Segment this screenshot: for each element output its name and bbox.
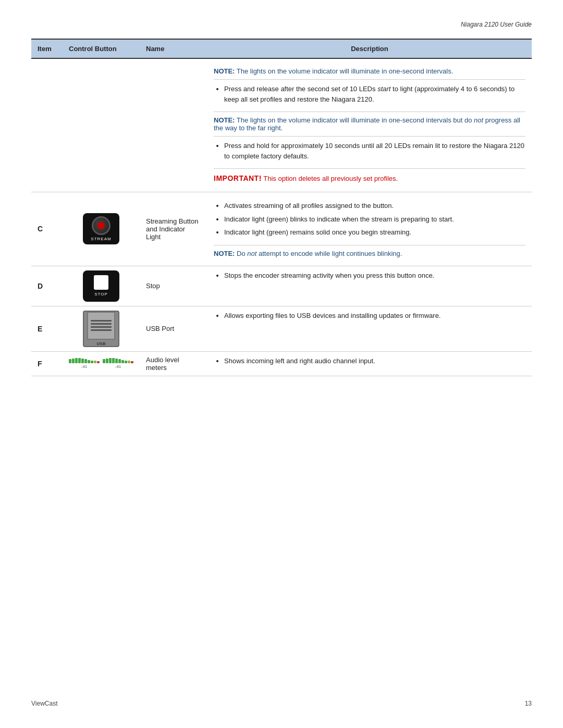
stream-circle [92, 216, 111, 235]
usb-line [91, 320, 112, 322]
footer-right: 13 [525, 700, 532, 707]
desc-section-bullet1: Press and release after the second set o… [214, 80, 525, 112]
note-text: The lights on the volume indicator will … [237, 67, 454, 75]
button-cell-e: USB [63, 306, 140, 351]
bullet-list-f: Shows incoming left and right audio chan… [214, 356, 525, 366]
meter-bar [125, 361, 127, 363]
bullet-list-c: Activates streaming of all profiles assi… [214, 201, 525, 238]
document-title: Niagara 2120 User Guide [461, 21, 532, 28]
page: Niagara 2120 User Guide Item Control But… [0, 0, 563, 728]
meter-bar [78, 358, 81, 363]
list-item: Indicator light (green) blinks to indica… [224, 214, 525, 225]
usb-line [91, 323, 112, 325]
table-row: NOTE: The lights on the volume indicator… [31, 58, 532, 192]
meter-bar [91, 361, 93, 363]
meter-bar [109, 358, 112, 363]
col-header-name: Name [140, 39, 207, 58]
button-cell-c: STREAM [63, 192, 140, 266]
meter-bar [84, 359, 87, 363]
note-text-2: The lights on the volume indicator will … [214, 116, 520, 132]
meter-bar [112, 358, 115, 363]
note-label-2: NOTE: [214, 116, 235, 124]
name-cell-f: Audio level meters [140, 351, 207, 376]
meter-bars-left [69, 358, 100, 363]
list-item: Indicator light (green) remains solid on… [224, 227, 525, 238]
meter-bars-right [103, 358, 133, 363]
table-row: C STREAM Streaming Button and Indicator … [31, 192, 532, 266]
footer-left: ViewCast [31, 700, 57, 707]
meter-bar [103, 359, 105, 363]
list-item: Shows incoming left and right audio chan… [224, 356, 525, 366]
meter-bar [75, 358, 78, 363]
desc-cell: NOTE: The lights on the volume indicator… [207, 58, 532, 192]
item-cell-f: F [31, 351, 63, 376]
meter-bar [121, 360, 124, 363]
note-label-c: NOTE: [214, 250, 235, 257]
item-cell [31, 58, 63, 192]
desc-cell-e: Allows exporting files to USB devices an… [207, 306, 532, 351]
desc-cell-c: Activates streaming of all profiles assi… [207, 192, 532, 266]
item-cell-e: E [31, 306, 63, 351]
usb-line [91, 329, 112, 331]
main-table: Item Control Button Name Description NOT… [31, 39, 532, 376]
meter-bar [118, 359, 121, 363]
desc-cell-f: Shows incoming left and right audio chan… [207, 351, 532, 376]
desc-section-c-note: NOTE: Do not attempt to encode while lig… [214, 245, 525, 262]
meter-label-left: -41 [81, 364, 88, 369]
stop-button-image: STOP [83, 270, 119, 302]
usb-label: USB [97, 341, 106, 346]
meter-group-right: -41 [103, 358, 133, 369]
name-cell [140, 58, 207, 192]
meter-bar [94, 361, 96, 363]
stop-square [94, 275, 108, 290]
bullet-list: Press and release after the second set o… [214, 84, 525, 104]
table-row: D STOP Stop Stops the encoder streaming … [31, 266, 532, 306]
col-header-control: Control Button [63, 39, 140, 58]
page-header: Niagara 2120 User Guide [31, 21, 532, 28]
col-header-item: Item [31, 39, 63, 58]
desc-section-bullet2: Press and hold for approximately 10 seco… [214, 137, 525, 169]
meter-bar [97, 361, 100, 363]
note-text-c: Do not attempt to encode while light con… [237, 250, 402, 257]
meter-bar [88, 360, 90, 363]
bullet-list-e: Allows exporting files to USB devices an… [214, 311, 525, 321]
usb-inner [87, 312, 115, 340]
stream-label: STREAM [91, 237, 111, 241]
meter-bar [81, 359, 84, 363]
list-item: Press and hold for approximately 10 seco… [224, 141, 525, 161]
desc-section-important: IMPORTANT! This option deletes all previ… [214, 169, 525, 188]
item-cell-d: D [31, 266, 63, 306]
item-cell-c: C [31, 192, 63, 266]
page-footer: ViewCast 13 [31, 700, 532, 707]
button-cell-d: STOP [63, 266, 140, 306]
name-cell-c: Streaming Button and Indicator Light [140, 192, 207, 266]
meter-bar [115, 359, 118, 363]
desc-section-note2: NOTE: The lights on the volume indicator… [214, 112, 525, 137]
meter-label-right: -41 [115, 364, 121, 369]
table-row: E USB USB Port Allows [31, 306, 532, 351]
meter-bar [131, 361, 133, 363]
meter-bar [106, 359, 108, 363]
name-cell-e: USB Port [140, 306, 207, 351]
list-item: Allows exporting files to USB devices an… [224, 311, 525, 321]
meter-group-left: -41 [69, 358, 100, 369]
audio-meter-image: -41 [69, 358, 133, 369]
list-item: Stops the encoder streaming activity whe… [224, 270, 525, 281]
stop-label: STOP [94, 292, 108, 297]
meter-bar [72, 359, 75, 363]
meter-bar [69, 359, 71, 363]
list-item: Activates streaming of all profiles assi… [224, 201, 525, 211]
bullet-list-2: Press and hold for approximately 10 seco… [214, 141, 525, 161]
button-cell-f: -41 [63, 351, 140, 376]
stream-red-dot [97, 222, 105, 229]
stream-button-image: STREAM [83, 213, 119, 244]
note-label: NOTE: [214, 67, 235, 75]
important-label: IMPORTANT! [214, 174, 262, 182]
name-cell-d: Stop [140, 266, 207, 306]
table-row: F [31, 351, 532, 376]
usb-line [91, 326, 112, 328]
col-header-desc: Description [207, 39, 532, 58]
desc-section-note1: NOTE: The lights on the volume indicator… [214, 63, 525, 80]
button-cell [63, 58, 140, 192]
meter-bar [128, 361, 130, 363]
